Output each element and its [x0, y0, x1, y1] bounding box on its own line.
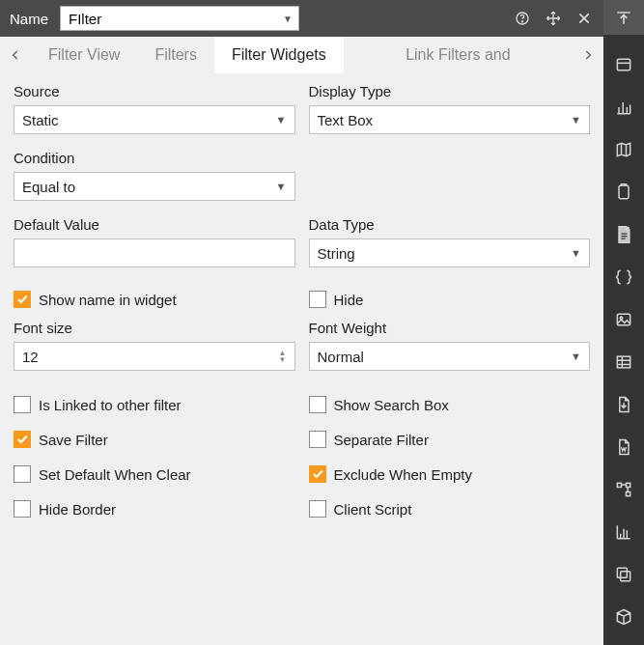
checkbox-box[interactable]: [14, 431, 31, 448]
header-bar: Name ▼: [0, 0, 603, 37]
side-toolbar: [603, 0, 644, 645]
checkbox-set-default-when-clear[interactable]: Set Default When Clear: [14, 465, 295, 483]
braces-icon[interactable]: [609, 263, 638, 292]
help-icon[interactable]: [513, 9, 532, 28]
checkbox-box[interactable]: [14, 291, 31, 308]
checkbox-label: Hide Border: [39, 501, 116, 518]
word-file-icon[interactable]: [609, 433, 638, 462]
move-icon[interactable]: [544, 9, 563, 28]
chart-icon[interactable]: [609, 93, 638, 122]
cube-icon[interactable]: [609, 603, 638, 631]
svg-rect-4: [619, 227, 630, 243]
checkbox-exclude-when-empty[interactable]: Exclude When Empty: [309, 465, 591, 483]
condition-label: Condition: [14, 150, 295, 166]
checkbox-box[interactable]: [14, 396, 31, 413]
bar-chart-alt-icon[interactable]: [609, 518, 638, 547]
display-type-select[interactable]: Text Box ▼: [309, 105, 591, 134]
checkbox-save-filter[interactable]: Save Filter: [14, 431, 295, 448]
checkbox-label: Set Default When Clear: [39, 466, 191, 483]
tab-filters[interactable]: Filters: [137, 37, 214, 73]
download-file-icon[interactable]: [609, 390, 638, 419]
svg-rect-11: [621, 572, 630, 581]
default-value-label: Default Value: [14, 216, 295, 233]
tab-filter-widgets[interactable]: Filter Widgets: [214, 37, 344, 73]
chevron-down-icon: ▼: [571, 114, 581, 126]
font-size-label: Font size: [14, 320, 295, 336]
checks-right-column: Show Search BoxSeparate FilterExclude Wh…: [309, 386, 591, 535]
svg-rect-12: [617, 568, 627, 577]
spinner-icon[interactable]: ▲▼: [279, 350, 287, 363]
font-size-input[interactable]: 12 ▲▼: [14, 342, 295, 371]
condition-select[interactable]: Equal to ▼: [14, 172, 295, 201]
source-select[interactable]: Static ▼: [14, 105, 295, 134]
display-type-value: Text Box: [318, 112, 374, 128]
field-default-value: Default Value: [14, 216, 295, 267]
svg-rect-8: [617, 483, 621, 487]
source-value: Static: [22, 112, 59, 128]
svg-rect-7: [617, 356, 630, 368]
svg-rect-2: [617, 59, 630, 70]
chevron-down-icon: ▼: [571, 351, 581, 362]
checkbox-box[interactable]: [309, 465, 326, 483]
copy-icon[interactable]: [609, 560, 638, 589]
close-icon[interactable]: [574, 9, 594, 28]
font-weight-value: Normal: [318, 349, 364, 365]
checkbox-label: Show name in widget: [39, 292, 177, 308]
checkbox-box[interactable]: [309, 500, 326, 518]
name-dropdown-icon[interactable]: ▼: [283, 14, 293, 24]
checkbox-label: Save Filter: [39, 432, 108, 448]
checkbox-show-search-box[interactable]: Show Search Box: [309, 396, 591, 413]
clipboard-icon[interactable]: [609, 178, 638, 207]
svg-rect-3: [619, 185, 629, 198]
checkbox-hide-border[interactable]: Hide Border: [14, 500, 295, 518]
font-weight-select[interactable]: Normal ▼: [309, 342, 591, 371]
flow-icon[interactable]: [609, 475, 638, 504]
data-type-label: Data Type: [309, 216, 591, 233]
checkbox-client-script[interactable]: Client Script: [309, 500, 591, 518]
condition-value: Equal to: [22, 179, 75, 195]
collapse-up-icon[interactable]: [603, 0, 644, 35]
map-icon[interactable]: [609, 135, 638, 164]
checkbox-box[interactable]: [14, 500, 31, 518]
table-icon[interactable]: [609, 348, 638, 377]
properties-panel: Source Static ▼ Display Type Text Box ▼ …: [0, 73, 603, 564]
chevron-down-icon: ▼: [276, 114, 287, 126]
checkbox-box[interactable]: [309, 431, 326, 448]
name-input-wrapper[interactable]: ▼: [60, 6, 299, 31]
name-input[interactable]: [67, 10, 279, 28]
checkbox-box[interactable]: [309, 291, 326, 308]
chevron-down-icon: ▼: [276, 181, 287, 192]
checks-left-column: Is Linked to other filterSave FilterSet …: [14, 386, 295, 535]
checkbox-label: Separate Filter: [334, 432, 429, 448]
tab-link-filters[interactable]: Link Filters and: [344, 37, 573, 73]
document-icon[interactable]: [609, 220, 638, 249]
field-data-type: Data Type String ▼: [309, 216, 591, 267]
checkbox-label: Client Script: [334, 501, 412, 518]
main-column: Name ▼ Filter View Filters Filter Wi: [0, 0, 603, 645]
image-icon[interactable]: [609, 305, 638, 334]
field-font-size: Font size 12 ▲▼: [14, 320, 295, 371]
checkbox-separate-filter[interactable]: Separate Filter: [309, 431, 591, 448]
tabs-next-button[interactable]: [573, 37, 603, 73]
data-type-select[interactable]: String ▼: [309, 238, 591, 267]
field-source: Source Static ▼: [14, 83, 295, 134]
tab-filter-view[interactable]: Filter View: [31, 37, 137, 73]
checkbox-label: Show Search Box: [334, 397, 449, 413]
default-value-input[interactable]: [14, 238, 295, 267]
field-font-weight: Font Weight Normal ▼: [309, 320, 591, 371]
root: Name ▼ Filter View Filters Filter Wi: [0, 0, 644, 645]
svg-rect-9: [627, 483, 630, 487]
database-icon[interactable]: [609, 50, 638, 79]
name-label: Name: [10, 11, 48, 27]
checkbox-label: Is Linked to other filter: [39, 397, 182, 413]
tabs-row: Filter View Filters Filter Widgets Link …: [0, 37, 603, 73]
checkbox-box[interactable]: [309, 396, 326, 413]
source-label: Source: [14, 83, 295, 99]
checkbox-hide[interactable]: Hide: [309, 291, 591, 308]
checkbox-is-linked[interactable]: Is Linked to other filter: [14, 396, 295, 413]
checkbox-label: Exclude When Empty: [334, 466, 472, 483]
data-type-value: String: [318, 245, 355, 262]
checkbox-box[interactable]: [14, 465, 31, 483]
checkbox-show-name[interactable]: Show name in widget: [14, 291, 295, 308]
tabs-prev-button[interactable]: [0, 37, 31, 73]
